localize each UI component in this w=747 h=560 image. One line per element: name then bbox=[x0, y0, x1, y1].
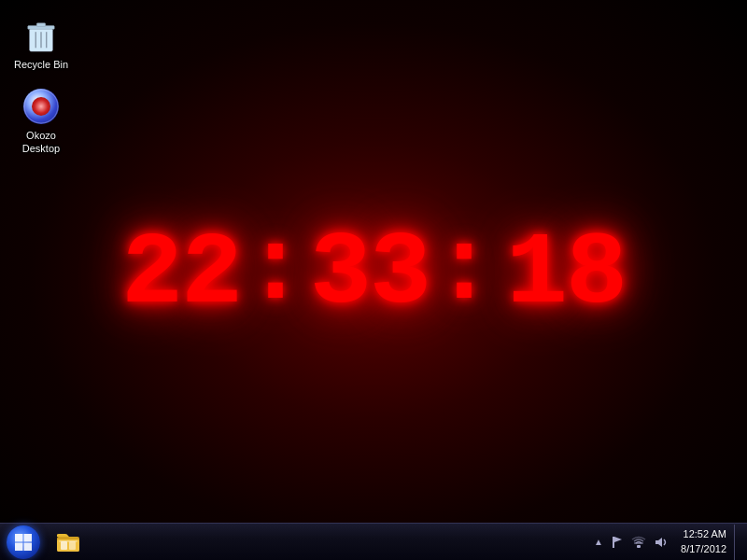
svg-rect-20 bbox=[634, 542, 643, 544]
system-clock[interactable]: 12:52 AM 8/17/2012 bbox=[674, 527, 730, 556]
svg-rect-16 bbox=[69, 541, 76, 550]
tray-expand-button[interactable]: ▲ bbox=[592, 537, 605, 547]
taskbar: ▲ bbox=[0, 523, 747, 560]
windows-orb bbox=[7, 525, 40, 559]
svg-point-7 bbox=[35, 100, 48, 113]
svg-rect-10 bbox=[24, 534, 33, 542]
system-tray: ▲ bbox=[585, 525, 747, 560]
svg-point-8 bbox=[35, 101, 41, 106]
recycle-bin-icon[interactable]: Recycle Bin bbox=[7, 13, 75, 75]
volume-icon[interactable] bbox=[652, 536, 670, 549]
recycle-bin-image bbox=[22, 17, 60, 54]
okozo-desktop-icon[interactable]: Okozo Desktop bbox=[7, 84, 75, 160]
svg-rect-11 bbox=[15, 542, 23, 551]
svg-rect-12 bbox=[24, 542, 33, 551]
svg-rect-17 bbox=[59, 540, 78, 542]
okozo-label: Okozo Desktop bbox=[11, 129, 71, 156]
taskbar-pinned-area bbox=[47, 525, 585, 560]
clock-hours: 22 bbox=[121, 223, 241, 326]
clock-minutes: 33 bbox=[310, 223, 430, 326]
svg-rect-18 bbox=[613, 537, 614, 548]
start-button[interactable] bbox=[0, 524, 47, 561]
windows-logo-icon bbox=[14, 533, 33, 552]
okozo-desktop-image bbox=[22, 88, 60, 125]
desktop: Recycle Bin Okozo Desktop 22 : 33 : 18 bbox=[0, 0, 747, 560]
show-desktop-button[interactable] bbox=[734, 525, 740, 560]
svg-rect-15 bbox=[61, 541, 67, 550]
recycle-bin-label: Recycle Bin bbox=[11, 58, 71, 71]
action-center-icon[interactable] bbox=[609, 536, 626, 549]
svg-rect-5 bbox=[36, 23, 46, 27]
tray-date: 8/17/2012 bbox=[678, 542, 726, 556]
svg-rect-9 bbox=[15, 534, 23, 542]
svg-point-6 bbox=[24, 90, 58, 123]
explorer-folder-icon bbox=[57, 532, 81, 553]
clock-colon-1: : bbox=[245, 219, 306, 322]
network-icon[interactable] bbox=[629, 536, 648, 549]
taskbar-pin-explorer[interactable] bbox=[50, 525, 88, 560]
clock-display: 22 : 33 : 18 bbox=[121, 219, 626, 329]
clock-seconds: 18 bbox=[506, 223, 626, 326]
tray-time: 12:52 AM bbox=[678, 527, 726, 541]
clock-colon-2: : bbox=[433, 219, 495, 322]
svg-rect-19 bbox=[637, 545, 641, 548]
